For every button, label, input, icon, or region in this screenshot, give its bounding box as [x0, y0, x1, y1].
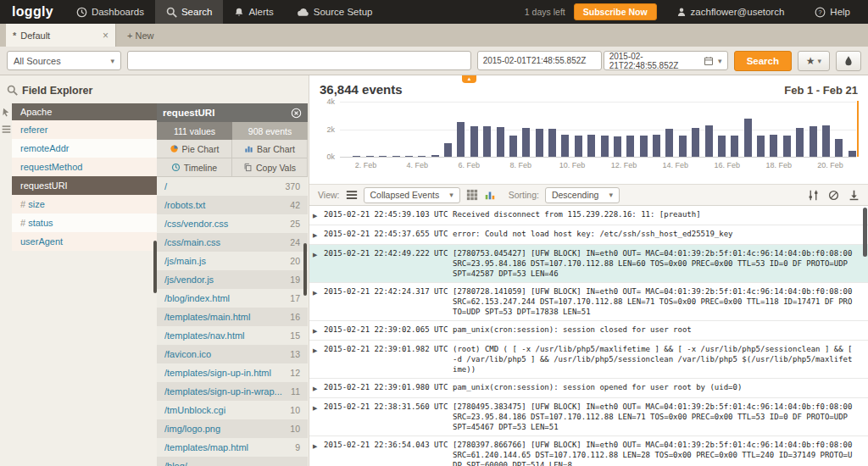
copy-vals-button[interactable]: Copy Vals [232, 158, 308, 177]
download-icon[interactable] [849, 190, 860, 201]
field-value-row[interactable]: /templates/map.html9 [157, 438, 308, 457]
pie-chart-button[interactable]: Pie Chart [157, 140, 232, 158]
expand-arrow-icon[interactable]: ▶ [313, 402, 324, 413]
chart-bar[interactable] [679, 136, 687, 157]
loggly-logo[interactable]: loggly [0, 0, 65, 24]
calendar-icon[interactable] [704, 56, 714, 66]
field-value-row[interactable]: /tmUnblock.cgi10 [157, 401, 308, 419]
event-row[interactable]: ▶2015-02-21 22:45:37.655 UTCerror: Could… [309, 225, 868, 245]
list-icon[interactable] [2, 125, 11, 134]
event-row[interactable]: ▶2015-02-21 22:39:01.980 UTCpam_unix(cro… [309, 379, 868, 398]
nav-help[interactable]: ? Help [804, 7, 861, 18]
expand-arrow-icon[interactable]: ▶ [313, 325, 324, 336]
chart-bar[interactable] [614, 136, 621, 157]
expand-arrow-icon[interactable]: ▶ [313, 229, 324, 241]
expand-arrow-icon[interactable]: ▶ [313, 440, 324, 452]
date-to-input[interactable]: 2015-02-21T22:48:55.852Z ▾ [604, 51, 728, 70]
event-row[interactable]: ▶2015-02-21 22:38:31.560 UTC[2780495.383… [309, 398, 868, 436]
field-value-row[interactable]: /370 [157, 177, 308, 196]
nav-search[interactable]: Search [155, 0, 223, 24]
all-sources-select[interactable]: All Sources ▾ [7, 51, 121, 70]
grid-view-icon[interactable] [466, 189, 478, 201]
chart-bar[interactable] [536, 129, 543, 157]
nav-alerts[interactable]: Alerts [223, 0, 284, 24]
chart-bar[interactable] [353, 156, 360, 157]
chart-bar[interactable] [849, 151, 856, 157]
chart-bar[interactable] [392, 156, 400, 157]
field-value-row[interactable]: /templates/main.html16 [157, 308, 308, 326]
new-tab-button[interactable]: + New [116, 24, 165, 47]
close-circle-icon[interactable] [291, 108, 302, 119]
event-row[interactable]: ▶2015-02-21 22:42:49.222 UTC[2780753.045… [309, 245, 868, 283]
chart-bar[interactable] [796, 128, 804, 157]
field-item-requestMethod[interactable]: requestMethod [12, 158, 157, 176]
event-row[interactable]: ▶2015-02-21 22:45:39.103 UTCReceived dis… [309, 206, 868, 225]
chart-bar[interactable] [601, 136, 609, 157]
live-tail-button[interactable] [836, 51, 861, 71]
chart-view-icon[interactable] [484, 189, 496, 201]
field-value-row[interactable]: /js/main.js20 [157, 252, 308, 270]
field-item-size[interactable]: # size [12, 195, 157, 214]
timeline-button[interactable]: Timeline [157, 158, 232, 177]
chart-bar[interactable] [418, 156, 426, 157]
field-value-row[interactable]: /templates/sign-up-in-wrap...11 [157, 382, 308, 401]
chart-bar[interactable] [822, 125, 830, 157]
chart-bar[interactable] [405, 156, 413, 157]
event-row[interactable]: ▶2015-02-21 22:39:02.065 UTCpam_unix(cro… [309, 321, 868, 341]
search-button[interactable]: Search [734, 51, 792, 71]
chart-bar[interactable] [705, 125, 713, 157]
chart-bar[interactable] [692, 128, 699, 157]
chart-bar[interactable] [718, 136, 726, 157]
field-value-row[interactable]: /templates/nav.html15 [157, 326, 308, 345]
saved-searches-button[interactable]: ★ ▾ [798, 51, 830, 71]
field-item-userAgent[interactable]: userAgent [12, 232, 157, 251]
chart-bar[interactable] [783, 136, 791, 157]
field-item-status[interactable]: # status [12, 214, 157, 232]
chart-bar[interactable] [522, 128, 530, 157]
date-from-input[interactable]: 2015-02-01T21:48:55.852Z [477, 51, 602, 70]
field-value-row[interactable]: /js/vendor.js19 [157, 270, 308, 289]
user-menu[interactable]: zachflower@usetorch [665, 7, 796, 17]
sorting-select[interactable]: Descending ▾ [545, 187, 620, 203]
chart-bar[interactable] [810, 126, 817, 157]
exclude-icon[interactable] [828, 190, 839, 201]
chart-bar[interactable] [548, 129, 556, 157]
field-value-row[interactable]: /robots.txt42 [157, 196, 308, 214]
expand-arrow-icon[interactable]: ▶ [313, 209, 324, 221]
field-value-row[interactable]: /img/logo.png10 [157, 419, 308, 438]
chart-bar[interactable] [653, 135, 660, 157]
field-value-row[interactable]: /css/vendor.css25 [157, 214, 308, 233]
surround-search-toggle[interactable]: ▲ [462, 75, 476, 83]
pointer-icon[interactable] [2, 108, 11, 117]
expand-arrow-icon[interactable]: ▶ [313, 344, 324, 356]
field-item-referer[interactable]: referer [12, 120, 157, 139]
chart-bar[interactable] [731, 136, 738, 157]
expand-arrow-icon[interactable]: ▶ [313, 382, 324, 394]
field-value-row[interactable]: /blog/index.html17 [157, 289, 308, 308]
chart-bar[interactable] [626, 136, 634, 157]
close-icon[interactable]: × [103, 30, 108, 42]
chart-bar[interactable] [640, 136, 648, 157]
filter-sliders-icon[interactable] [808, 190, 819, 201]
nav-dashboards[interactable]: Dashboards [65, 0, 155, 24]
list-view-icon[interactable] [346, 189, 358, 201]
event-row[interactable]: ▶2015-02-21 22:36:54.043 UTC[2780397.866… [309, 436, 868, 466]
chart-bar[interactable] [483, 126, 491, 157]
scrollbar-thumb[interactable] [303, 243, 307, 296]
chart-bar[interactable] [444, 143, 452, 157]
expand-arrow-icon[interactable]: ▶ [313, 286, 324, 298]
bar-chart-button[interactable]: Bar Chart [232, 140, 308, 158]
chart-bar[interactable] [509, 136, 517, 157]
field-value-row[interactable]: /css/main.css24 [157, 233, 308, 252]
field-item-requestURI[interactable]: requestURI [12, 176, 157, 195]
chart-bar[interactable] [665, 129, 673, 157]
event-row[interactable]: ▶2015-02-21 22:39:01.982 UTC(root) CMD (… [309, 341, 868, 379]
tab-default[interactable]: * Default × [6, 24, 116, 47]
chart-bar[interactable] [575, 136, 582, 157]
field-value-row[interactable]: /favicon.ico13 [157, 345, 308, 363]
field-item-remoteAddr[interactable]: remoteAddr [12, 139, 157, 158]
chart-bar[interactable] [497, 127, 504, 157]
chart-bar[interactable] [587, 135, 595, 157]
chart-bar[interactable] [561, 135, 569, 157]
chart-bar[interactable] [470, 126, 478, 157]
